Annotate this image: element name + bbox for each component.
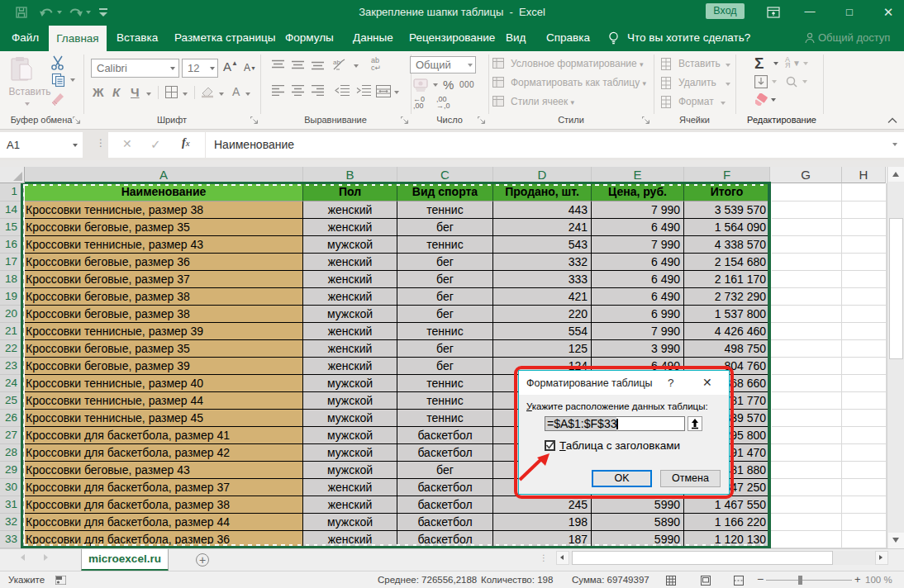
svg-text:c↵: c↵ [371,64,381,72]
svg-text:ab: ab [333,59,340,66]
